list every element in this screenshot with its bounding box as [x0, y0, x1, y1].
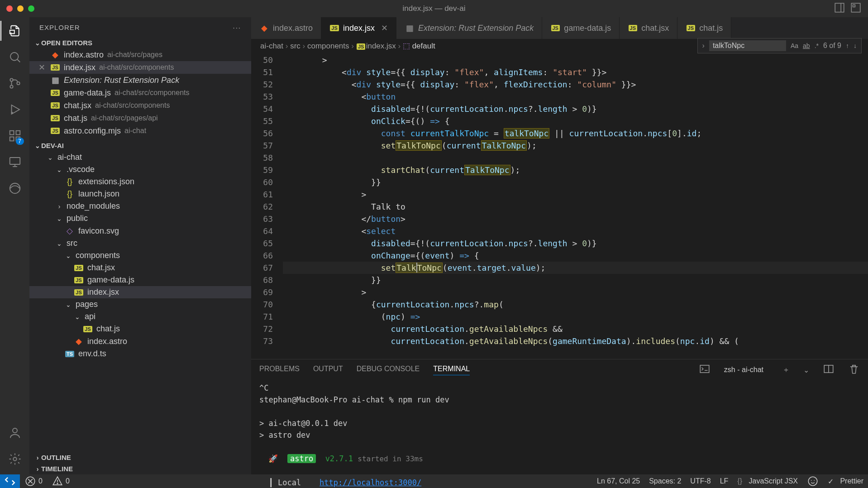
- breadcrumb-item[interactable]: default: [412, 42, 435, 50]
- file-item[interactable]: ◇favicon.svg: [29, 225, 251, 237]
- close-icon[interactable]: ✕: [381, 23, 388, 33]
- code-line[interactable]: Talk to: [283, 201, 868, 213]
- editor-tab[interactable]: JSchat.js: [677, 17, 731, 39]
- extensions-icon[interactable]: 7: [8, 129, 22, 143]
- file-item[interactable]: {}launch.json: [29, 188, 251, 200]
- minimize-window-button[interactable]: [17, 5, 24, 12]
- code-line[interactable]: <select: [283, 225, 868, 237]
- folder-item[interactable]: ⌄components: [29, 249, 251, 262]
- code-line[interactable]: }}: [283, 176, 868, 188]
- tab-terminal[interactable]: TERMINAL: [433, 365, 470, 375]
- code-line[interactable]: setTalkToNpc(event.target.value);: [283, 262, 868, 274]
- folder-item[interactable]: ⌄pages: [29, 298, 251, 311]
- kill-terminal-icon[interactable]: [848, 363, 860, 377]
- file-item[interactable]: {}extensions.json: [29, 176, 251, 188]
- folder-item[interactable]: ›node_modules: [29, 200, 251, 212]
- breadcrumb-item[interactable]: index.jsx: [366, 42, 396, 50]
- code-line[interactable]: >: [283, 286, 868, 298]
- outline-header[interactable]: › OUTLINE: [29, 452, 251, 463]
- terminal-dropdown-icon[interactable]: ⌄: [803, 366, 809, 374]
- breadcrumb-item[interactable]: src: [290, 42, 300, 50]
- file-item[interactable]: JSgame-data.js: [29, 274, 251, 286]
- status-eol[interactable]: LF: [715, 475, 733, 487]
- tab-debug-console[interactable]: DEBUG CONSOLE: [357, 365, 420, 375]
- code-line[interactable]: }}: [283, 274, 868, 286]
- project-header[interactable]: ⌄ DEV-AI: [29, 140, 251, 151]
- code-line[interactable]: disabled={!(currentLocation.npcs?.length…: [283, 237, 868, 249]
- find-input[interactable]: [709, 40, 786, 51]
- account-icon[interactable]: [8, 426, 22, 440]
- settings-gear-icon[interactable]: [8, 452, 22, 466]
- file-item[interactable]: JSindex.jsx: [29, 286, 251, 298]
- folder-item[interactable]: ⌄.vscode: [29, 163, 251, 176]
- editor-tab[interactable]: ◆index.astro: [251, 17, 321, 39]
- maximize-window-button[interactable]: [28, 5, 34, 12]
- source-control-icon[interactable]: [8, 76, 22, 91]
- tab-output[interactable]: OUTPUT: [313, 365, 343, 375]
- editor-tab[interactable]: JSgame-data.js: [542, 17, 620, 39]
- status-prettier[interactable]: ✓ Prettier: [823, 475, 868, 487]
- terminal-picker[interactable]: [699, 363, 711, 377]
- status-errors[interactable]: 0: [20, 475, 47, 487]
- open-editor-item[interactable]: ✕◆index.astro ai-chat/src/pages: [29, 48, 251, 61]
- code-line[interactable]: <div style={{ display: "flex", alignItem…: [283, 66, 868, 78]
- run-debug-icon[interactable]: [8, 102, 22, 117]
- timeline-header[interactable]: › TIMELINE: [29, 463, 251, 474]
- code-line[interactable]: onChange={(event) => {: [283, 249, 868, 262]
- layout-panel-icon[interactable]: [834, 2, 845, 16]
- editor-tab[interactable]: JSindex.jsx✕: [321, 17, 396, 39]
- folder-item[interactable]: ⌄ai-chat: [29, 151, 251, 163]
- status-language[interactable]: {} JavaScript JSX: [733, 475, 802, 487]
- status-feedback-icon[interactable]: [802, 475, 823, 487]
- code-line[interactable]: <button: [283, 91, 868, 103]
- open-editors-header[interactable]: ⌄ OPEN EDITORS: [29, 37, 251, 48]
- code-line[interactable]: onClick={() => {: [283, 115, 868, 127]
- code-line[interactable]: (npc) =>: [283, 311, 868, 323]
- code-line[interactable]: <div style={{ display: "flex", flexDirec…: [283, 78, 868, 91]
- remote-explorer-icon[interactable]: [8, 155, 22, 169]
- prev-match-icon[interactable]: ↑: [846, 42, 849, 49]
- code-line[interactable]: currentLocation.getAvailableNpcs &&: [283, 323, 868, 335]
- open-editor-item[interactable]: ✕▦Extension: Rust Extension Pack: [29, 74, 251, 86]
- file-item[interactable]: ◆index.astro: [29, 335, 251, 348]
- open-editor-item[interactable]: ✕JSchat.js ai-chat/src/pages/api: [29, 112, 251, 124]
- code-line[interactable]: >: [283, 188, 868, 201]
- match-word-icon[interactable]: ab: [803, 42, 810, 49]
- explorer-icon[interactable]: [8, 24, 22, 38]
- file-item[interactable]: TSenv.d.ts: [29, 348, 251, 360]
- code-line[interactable]: disabled={!(currentLocation.npcs?.length…: [283, 103, 868, 115]
- more-icon[interactable]: ···: [233, 24, 241, 31]
- open-editor-item[interactable]: ✕JSgame-data.js ai-chat/src/components: [29, 86, 251, 99]
- folder-item[interactable]: ⌄public: [29, 212, 251, 225]
- terminal-shell-label[interactable]: zsh - ai-chat: [724, 366, 763, 374]
- editor-tab[interactable]: ▦Extension: Rust Extension Pack: [396, 17, 542, 39]
- file-item[interactable]: JSchat.js: [29, 323, 251, 335]
- folder-item[interactable]: ⌄api: [29, 311, 251, 323]
- status-warnings[interactable]: 0: [47, 475, 74, 487]
- open-editor-item[interactable]: ✕JSchat.jsx ai-chat/src/components: [29, 99, 251, 112]
- close-window-button[interactable]: [6, 5, 13, 12]
- breadcrumb[interactable]: ai-chat › src › components › JSindex.jsx…: [251, 39, 868, 53]
- code-line[interactable]: currentLocation.getAvailableNpcs(gameRun…: [283, 335, 868, 347]
- regex-icon[interactable]: .*: [815, 42, 819, 49]
- breadcrumb-item[interactable]: components: [307, 42, 349, 50]
- open-editor-item[interactable]: ✕JSastro.config.mjs ai-chat: [29, 124, 251, 137]
- code-line[interactable]: setTalkToNpc(currentTalkToNpc);: [283, 139, 868, 152]
- remote-indicator[interactable]: [0, 474, 20, 488]
- folder-item[interactable]: ⌄src: [29, 237, 251, 249]
- code-line[interactable]: startChat(currentTalkToNpc);: [283, 164, 868, 176]
- tab-problems[interactable]: PROBLEMS: [259, 365, 300, 375]
- next-match-icon[interactable]: ↓: [854, 42, 857, 49]
- open-editor-item[interactable]: ✕JSindex.jsx ai-chat/src/components: [29, 61, 251, 74]
- code-line[interactable]: [283, 152, 868, 164]
- split-terminal-icon[interactable]: [823, 363, 835, 377]
- code-editor[interactable]: 5051525354555657585960616263646566676869…: [251, 53, 868, 359]
- code-line[interactable]: const currentTalkToNpc = talkToNpc || cu…: [283, 127, 868, 139]
- file-item[interactable]: JSchat.jsx: [29, 262, 251, 274]
- layout-customize-icon[interactable]: [850, 2, 862, 16]
- new-terminal-icon[interactable]: ＋: [782, 365, 790, 375]
- status-spaces[interactable]: Spaces: 2: [644, 475, 686, 487]
- terminal-output[interactable]: ^Cstephan@MacBook-Pro ai-chat % npm run …: [251, 380, 868, 488]
- match-case-icon[interactable]: Aa: [791, 42, 798, 49]
- chevron-right-icon[interactable]: ›: [702, 42, 705, 50]
